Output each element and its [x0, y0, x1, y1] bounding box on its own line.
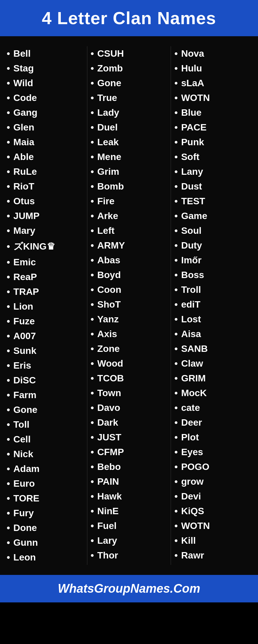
list-item: Thor — [91, 548, 168, 563]
list-item: Deer — [174, 415, 251, 430]
list-item: Town — [91, 386, 168, 400]
list-item: Duty — [174, 238, 251, 253]
list-item: ズKING♛ — [7, 238, 84, 255]
list-item: True — [91, 91, 168, 105]
list-item: Able — [7, 150, 84, 164]
list-item: Game — [174, 209, 251, 223]
list-item: Abas — [91, 253, 168, 268]
list-item: Claw — [174, 356, 251, 371]
list-item: PACE — [174, 120, 251, 135]
list-item: grow — [174, 474, 251, 489]
list-item: TRAP — [7, 284, 84, 299]
list-item: Soft — [174, 150, 251, 164]
list-item: Eris — [7, 358, 84, 373]
list-item: Farm — [7, 388, 84, 402]
list-item: Leon — [7, 550, 84, 565]
list-item: Lion — [7, 299, 84, 314]
list-item: RuLe — [7, 164, 84, 179]
list-item: Wood — [91, 356, 168, 371]
list-item: Sunk — [7, 343, 84, 358]
list-item: Done — [7, 521, 84, 535]
list-item: Lary — [91, 533, 168, 548]
list-item: A007 — [7, 329, 84, 343]
list-item: Arke — [91, 209, 168, 223]
list-item: Cell — [7, 432, 84, 447]
list-item: Maia — [7, 135, 84, 150]
list-item: Stag — [7, 61, 84, 76]
column-1: BellStagWildCodeGangGlenMaiaAbleRuLeRioT… — [3, 46, 87, 565]
list-item: Fuze — [7, 314, 84, 329]
list-item: Troll — [174, 282, 251, 297]
list-item: POGO — [174, 460, 251, 474]
list-item: Grim — [91, 164, 168, 179]
list-item: RioT — [7, 179, 84, 194]
list-item: CSUH — [91, 46, 168, 61]
column-3-list: NovaHulusLaAWOTNBluePACEPunkSoftLanyDust… — [174, 46, 251, 563]
list-item: Blue — [174, 105, 251, 120]
list-item: Hawk — [91, 489, 168, 504]
list-item: Yanz — [91, 312, 168, 327]
column-3: NovaHulusLaAWOTNBluePACEPunkSoftLanyDust… — [171, 46, 255, 565]
list-item: Fuel — [91, 519, 168, 533]
list-item: TORE — [7, 491, 84, 506]
list-item: JUST — [91, 430, 168, 445]
list-item: Nova — [174, 46, 251, 61]
list-item: Zone — [91, 341, 168, 356]
list-item: Code — [7, 91, 84, 105]
list-item: Axis — [91, 327, 168, 341]
footer: WhatsGroupNames.Com — [0, 575, 258, 602]
list-item: Coon — [91, 282, 168, 297]
header: 4 Letter Clan Names — [0, 0, 258, 36]
list-item: WOTN — [174, 91, 251, 105]
list-item: Wild — [7, 76, 84, 91]
list-item: Soul — [174, 223, 251, 238]
list-item: CFMP — [91, 445, 168, 460]
list-item: Hulu — [174, 61, 251, 76]
list-item: Gunn — [7, 535, 84, 550]
list-item: SANB — [174, 341, 251, 356]
list-item: Otus — [7, 194, 84, 209]
footer-text: WhatsGroupNames.Com — [7, 582, 251, 596]
list-item: Rawr — [174, 548, 251, 563]
list-item: Glen — [7, 120, 84, 135]
list-item: sLaA — [174, 76, 251, 91]
list-item: Imőr — [174, 253, 251, 268]
list-item: TCOB — [91, 371, 168, 386]
column-2: CSUHZombGoneTrueLadyDuelLeakMeneGrimBomb… — [87, 46, 171, 565]
column-2-list: CSUHZombGoneTrueLadyDuelLeakMeneGrimBomb… — [91, 46, 168, 563]
list-item: Zomb — [91, 61, 168, 76]
list-item: Gone — [7, 402, 84, 417]
list-item: Gone — [91, 76, 168, 91]
list-item: Bell — [7, 46, 84, 61]
list-item: Lany — [174, 164, 251, 179]
list-item: Duel — [91, 120, 168, 135]
list-item: DiSC — [7, 373, 84, 388]
list-item: JUMP — [7, 209, 84, 223]
list-item: Eyes — [174, 445, 251, 460]
content-area: BellStagWildCodeGangGlenMaiaAbleRuLeRioT… — [0, 36, 258, 575]
list-item: Bomb — [91, 179, 168, 194]
list-item: Mene — [91, 150, 168, 164]
list-item: Davo — [91, 400, 168, 415]
list-item: Plot — [174, 430, 251, 445]
list-item: ediT — [174, 297, 251, 312]
list-item: Emic — [7, 255, 84, 270]
list-item: Fury — [7, 506, 84, 521]
list-item: Kill — [174, 533, 251, 548]
list-item: Devi — [174, 489, 251, 504]
list-item: cate — [174, 400, 251, 415]
list-item: NinE — [91, 504, 168, 519]
list-item: Bebo — [91, 460, 168, 474]
list-item: TEST — [174, 194, 251, 209]
list-item: Aisa — [174, 327, 251, 341]
list-item: MocK — [174, 386, 251, 400]
list-item: Boyd — [91, 268, 168, 282]
list-item: Left — [91, 223, 168, 238]
list-item: Mary — [7, 223, 84, 238]
list-item: Nick — [7, 447, 84, 462]
page-title: 4 Letter Clan Names — [7, 8, 251, 28]
list-item: Adam — [7, 462, 84, 476]
list-item: Lady — [91, 105, 168, 120]
list-item: Fire — [91, 194, 168, 209]
list-item: Punk — [174, 135, 251, 150]
